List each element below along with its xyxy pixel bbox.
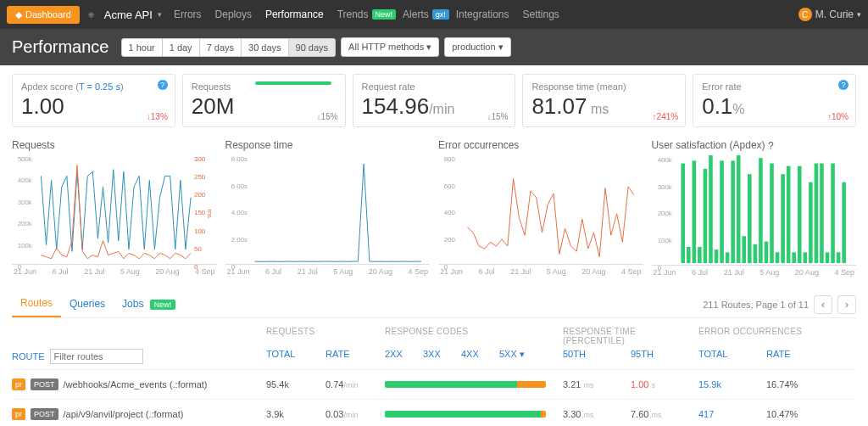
page-header: Performance 1 hour 1 day 7 days 30 days …	[0, 29, 868, 65]
table-row[interactable]: pr POST /webhooks/Acme_events (.:format)…	[12, 370, 856, 400]
range-7days[interactable]: 7 days	[200, 38, 242, 57]
svg-rect-49	[792, 252, 796, 263]
col-err-total[interactable]: TOTAL	[698, 349, 766, 364]
pager: 211 Routes, Page 1 of 11 ‹ ›	[703, 295, 856, 314]
kpi-delta: ↑241%	[653, 112, 679, 121]
col-4xx[interactable]: 4XX	[461, 349, 499, 364]
dashboard-button[interactable]: ◆ Dashboard	[7, 6, 80, 24]
nav-integrations[interactable]: Integrations	[456, 8, 509, 20]
range-90days[interactable]: 90 days	[289, 38, 337, 57]
chart-plot[interactable]: 8006004002000	[438, 154, 643, 265]
tab-queries[interactable]: Queries	[61, 293, 114, 317]
user-menu[interactable]: C M. Curie ▾	[798, 8, 861, 21]
chart-plot[interactable]: 8.00s6.00s4.00s2.00s0	[225, 154, 431, 265]
apdex-threshold-link[interactable]: T = 0.25 s	[79, 81, 120, 92]
chart-apdex: User satisfaction (Apdex) ? 400k300k200k…	[652, 139, 857, 277]
svg-rect-43	[759, 158, 763, 263]
svg-rect-33	[703, 169, 707, 263]
svg-rect-46	[775, 252, 779, 263]
col-50th[interactable]: 50TH	[563, 349, 631, 364]
kpi-response-time[interactable]: Response time (mean) 81.07 ms ↑241%	[522, 74, 686, 127]
svg-text:0: 0	[18, 263, 22, 271]
app-name[interactable]: Acme API	[104, 8, 153, 21]
user-caret-icon: ▾	[857, 10, 861, 19]
app-caret-icon[interactable]: ▾	[158, 10, 162, 19]
cell-err-total[interactable]: 15.9k	[698, 379, 766, 390]
cell-total: 3.9k	[266, 409, 326, 419]
svg-text:4.00s: 4.00s	[231, 209, 247, 216]
kpi-delta: ↓13%	[147, 112, 168, 121]
svg-rect-41	[748, 174, 752, 263]
svg-rect-29	[681, 163, 685, 262]
page-title: Performance	[12, 37, 109, 57]
app-icon: ⎈	[88, 8, 94, 20]
table-column-header: ROUTE TOTAL RATE 2XX 3XX 4XX 5XX ▾ 50TH …	[12, 349, 856, 370]
kpi-value: 20M	[192, 93, 337, 120]
info-icon[interactable]: ?	[838, 80, 849, 90]
environment-dropdown[interactable]: production ▾	[444, 37, 510, 57]
range-1day[interactable]: 1 day	[163, 38, 200, 57]
svg-text:50: 50	[194, 245, 202, 253]
svg-rect-40	[742, 236, 746, 263]
svg-rect-48	[786, 166, 790, 263]
info-icon[interactable]: ?	[768, 140, 774, 152]
svg-text:150: 150	[194, 209, 206, 216]
kpi-request-rate[interactable]: Request rate 154.96/min ↓15%	[353, 74, 516, 127]
chart-title: Requests	[12, 139, 217, 151]
dashboard-icon: ◆	[15, 9, 22, 20]
kpi-requests[interactable]: Requests 20M ↓15%	[182, 74, 346, 127]
kpi-title: Error rate	[702, 81, 847, 92]
kpi-value: 0.1%	[702, 93, 847, 120]
nav-errors[interactable]: Errors	[174, 8, 202, 20]
cell-p50: 3.30 ms	[563, 409, 631, 419]
pager-next-button[interactable]: ›	[837, 295, 856, 314]
nav-trends[interactable]: Trends	[337, 8, 369, 20]
chart-plot[interactable]: 400k300k200k100k0	[652, 155, 857, 266]
svg-text:0: 0	[657, 264, 661, 272]
info-icon[interactable]: ?	[158, 80, 168, 90]
nav-performance[interactable]: Performance	[265, 8, 324, 20]
chart-response-time: Response time 8.00s6.00s4.00s2.00s0 21 J…	[225, 139, 431, 277]
range-1hour[interactable]: 1 hour	[121, 38, 163, 57]
col-route[interactable]: ROUTE	[12, 351, 45, 362]
svg-rect-44	[764, 241, 768, 262]
nav-deploys[interactable]: Deploys	[215, 8, 252, 20]
range-30days[interactable]: 30 days	[242, 38, 289, 57]
x-axis: 21 Jun6 Jul21 Jul5 Aug20 Aug4 Sep	[225, 267, 431, 276]
col-total[interactable]: TOTAL	[266, 349, 326, 364]
svg-rect-54	[820, 163, 824, 262]
pager-prev-button[interactable]: ‹	[814, 295, 832, 314]
svg-text:300: 300	[194, 155, 206, 163]
svg-text:200: 200	[194, 191, 206, 199]
kpi-value: 154.96/min	[362, 93, 507, 120]
cell-err-total[interactable]: 417	[698, 409, 766, 419]
http-method-dropdown[interactable]: All HTTP methods ▾	[341, 37, 439, 57]
svg-rect-55	[825, 252, 829, 263]
table-tabs: Routes Queries Jobs New! 211 Routes, Pag…	[12, 292, 856, 318]
svg-rect-39	[736, 155, 740, 263]
new-badge: New!	[372, 9, 397, 20]
svg-rect-34	[709, 155, 713, 263]
routes-table-section: Routes Queries Jobs New! 211 Routes, Pag…	[0, 277, 868, 426]
nav-settings[interactable]: Settings	[522, 8, 559, 20]
col-2xx[interactable]: 2XX	[385, 349, 423, 364]
chart-plot[interactable]: 500k400k300k200k100k0300250200150100500m…	[12, 154, 217, 265]
kpi-apdex[interactable]: Apdex score (T = 0.25 s) 1.00 ? ↓13%	[12, 74, 175, 127]
filter-routes-input[interactable]	[50, 349, 143, 364]
col-3xx[interactable]: 3XX	[423, 349, 461, 364]
col-5xx[interactable]: 5XX ▾	[499, 349, 563, 364]
chevron-down-icon: ▾	[498, 42, 504, 52]
nav-alerts[interactable]: Alerts	[403, 8, 429, 20]
group-rt: RESPONSE TIME (PERCENTILE)	[563, 327, 698, 345]
svg-rect-32	[698, 247, 702, 263]
col-err-rate[interactable]: RATE	[766, 349, 834, 364]
kpi-error-rate[interactable]: Error rate 0.1% ? ↑10%	[693, 74, 856, 127]
table-row[interactable]: pr POST /api/v9/anvil/project (.:format)…	[12, 400, 856, 426]
col-rate[interactable]: RATE	[326, 349, 385, 364]
tab-jobs[interactable]: Jobs New!	[114, 293, 184, 317]
chart-errors: Error occurrences 8006004002000 21 Jun6 …	[438, 139, 643, 277]
env-badge: pr	[12, 408, 25, 420]
chart-title: Error occurrences	[438, 139, 643, 151]
col-95th[interactable]: 95TH	[631, 349, 698, 364]
tab-routes[interactable]: Routes	[12, 292, 61, 317]
